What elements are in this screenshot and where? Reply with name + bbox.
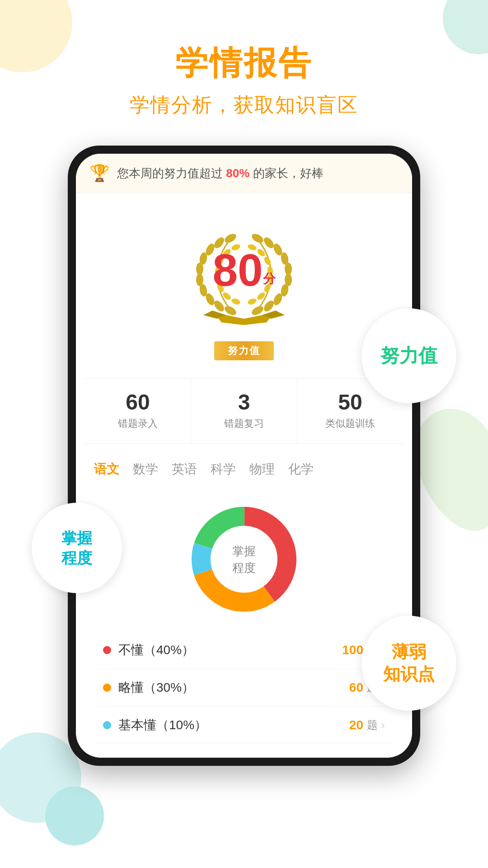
legend-count-0: 100 (342, 643, 363, 657)
legend-item-2[interactable]: 基本懂（10%） 20 题 › (94, 707, 394, 744)
page-title: 学情报告 (0, 45, 488, 81)
legend-dot-blue (103, 721, 111, 729)
legend-item-0[interactable]: 不懂（40%） 100 题 › (94, 632, 394, 669)
stat-item-1: 3 错题复习 (191, 379, 297, 443)
float-circle-mastery: 掌握程度 (32, 503, 122, 593)
svg-point-22 (285, 263, 292, 275)
tab-english[interactable]: 英语 (172, 461, 197, 478)
legend-arrow-2: › (381, 719, 385, 731)
legend-count-1: 60 (349, 680, 363, 695)
notification-text: 您本周的努力值超过 80% 的家长，好棒 (117, 165, 399, 181)
stat-label-0: 错题录入 (89, 417, 186, 430)
bg-decoration-bottom-left2 (45, 787, 104, 845)
legend-text-1: 略懂（30%） (118, 679, 349, 696)
page-header: 学情报告 学情分析，获取知识盲区 (0, 0, 488, 118)
tab-chemistry[interactable]: 化学 (288, 461, 314, 478)
stat-number-0: 60 (89, 392, 186, 413)
stat-label-1: 错题复习 (196, 417, 292, 430)
tab-math[interactable]: 数学 (133, 461, 158, 478)
score-section: 80分 努力值 (76, 193, 412, 374)
float-circle-effort: 努力值 (361, 308, 456, 403)
page-subtitle: 学情分析，获取知识盲区 (0, 92, 488, 118)
legend-text-0: 不懂（40%） (118, 642, 342, 659)
svg-point-17 (231, 297, 241, 306)
stat-label-2: 类似题训练 (302, 417, 399, 430)
legend-dot-orange (103, 684, 111, 692)
legend-list: 不懂（40%） 100 题 › 略懂（30%） 60 题 › 基本懂 (94, 632, 394, 744)
phone-mockup: 努力值 掌握程度 薄弱知识点 🏆 您本周的努力值超过 80% 的家长，好棒 (68, 146, 420, 766)
tab-chinese[interactable]: 语文 (94, 461, 119, 478)
legend-count-2: 20 (349, 718, 363, 732)
trophy-icon: 🏆 (89, 164, 110, 183)
tab-physics[interactable]: 物理 (249, 461, 275, 478)
chart-section: 掌握程度 不懂（40%） 100 题 › 略懂（30%） 60 (76, 487, 412, 758)
score-label-banner: 努力值 (214, 341, 274, 360)
float-circle-weak: 薄弱知识点 (361, 616, 456, 711)
weak-label: 薄弱知识点 (383, 641, 435, 686)
notification-bar: 🏆 您本周的努力值超过 80% 的家长，好棒 (76, 154, 412, 193)
tab-science[interactable]: 科学 (211, 461, 236, 478)
legend-item-1[interactable]: 略懂（30%） 60 题 › (94, 669, 394, 707)
score-unit: 分 (263, 272, 276, 286)
legend-dot-red (103, 646, 111, 654)
score-display: 80分 (212, 247, 275, 292)
svg-point-4 (196, 263, 203, 275)
score-value: 80 (212, 245, 263, 295)
legend-text-2: 基本懂（10%） (118, 717, 349, 734)
notification-highlight: 80% (226, 166, 249, 180)
stat-item-0: 60 错题录入 (85, 379, 191, 443)
subject-tabs: 语文 数学 英语 科学 物理 化学 (76, 448, 412, 487)
stats-row: 60 错题录入 3 错题复习 50 类似题训练 (85, 378, 403, 443)
donut-center-text: 掌握程度 (232, 543, 256, 576)
donut-chart: 掌握程度 (181, 496, 307, 623)
effort-label: 努力值 (380, 344, 437, 367)
svg-point-35 (247, 297, 258, 306)
mastery-label: 掌握程度 (61, 528, 92, 568)
laurel-container: 80分 (172, 211, 316, 338)
stat-number-1: 3 (196, 392, 292, 413)
legend-unit-2: 题 (367, 718, 378, 732)
